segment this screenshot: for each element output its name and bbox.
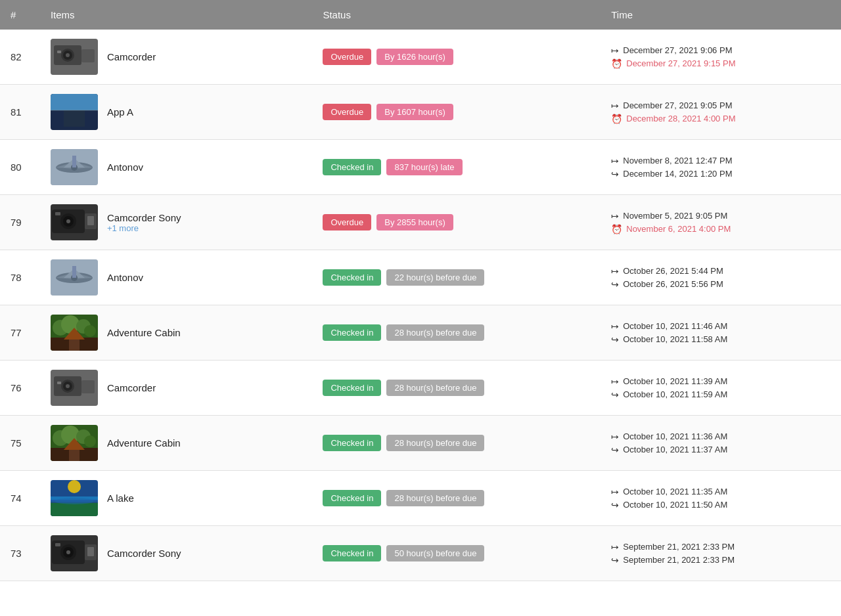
status-main-badge: Checked in (323, 545, 381, 561)
svg-point-65 (66, 550, 70, 554)
svg-rect-8 (51, 94, 98, 110)
svg-rect-52 (69, 450, 80, 461)
checkout-icon: ↦ (611, 542, 619, 552)
status-main-badge: Overdue (323, 214, 371, 231)
checkin-time-row: ⏰November 6, 2021 4:00 PM (611, 224, 830, 234)
checkin-icon: ↪ (611, 334, 619, 345)
item-thumbnail (51, 425, 98, 461)
svg-rect-67 (87, 547, 94, 556)
svg-rect-24 (87, 216, 94, 225)
status-detail-badge: By 1626 hour(s) (376, 49, 453, 65)
svg-rect-30 (72, 266, 76, 278)
checkin-time: December 14, 2021 1:20 PM (623, 169, 732, 179)
item-cell: Adventure Cabin (40, 305, 312, 361)
status-detail-badge: 28 hour(s) before due (386, 380, 484, 396)
item-cell: A lake (40, 471, 312, 526)
item-name: Camcorder Sony (107, 212, 181, 223)
item-cell: Camcorder (40, 30, 312, 85)
status-cell: OverdueBy 2855 hour(s) (312, 195, 601, 250)
checkin-icon: ↪ (611, 555, 619, 565)
status-cell: Checked in28 hour(s) before due (312, 361, 601, 416)
checkout-time: October 10, 2021 11:39 AM (623, 376, 727, 386)
svg-rect-16 (72, 156, 76, 167)
checkin-time-row: ↪October 10, 2021 11:59 AM (611, 389, 830, 400)
checkout-time-row: ↦October 10, 2021 11:39 AM (611, 376, 830, 387)
checkout-time-row: ↦October 10, 2021 11:46 AM (611, 321, 830, 332)
svg-point-5 (66, 53, 70, 57)
checkin-icon: ↪ (611, 279, 619, 290)
status-main-badge: Checked in (323, 490, 381, 506)
table-row: 75 Adventure CabinChecked in28 hour(s) b… (0, 416, 841, 471)
svg-point-56 (68, 480, 81, 493)
status-detail-badge: By 1607 hour(s) (376, 104, 453, 120)
table-row: 76 CamcorderChecked in28 hour(s) before … (0, 361, 841, 416)
item-name: Adventure Cabin (107, 327, 181, 338)
time-cell: ↦October 10, 2021 11:35 AM↪October 10, 2… (601, 471, 841, 526)
svg-point-51 (84, 435, 96, 447)
checkout-time: September 21, 2021 2:33 PM (623, 542, 735, 552)
checkout-icon: ↦ (611, 376, 619, 387)
item-more-link[interactable]: +1 more (107, 223, 181, 233)
svg-point-59 (55, 498, 94, 504)
status-cell: Checked in28 hour(s) before due (312, 471, 601, 526)
status-detail-badge: 28 hour(s) before due (386, 435, 484, 451)
time-cell: ↦December 27, 2021 9:05 PM⏰December 28, … (601, 85, 841, 140)
row-number: 78 (0, 250, 40, 305)
checkin-time: October 26, 2021 5:56 PM (623, 279, 723, 289)
col-header-num: # (0, 0, 40, 30)
checkout-time-row: ↦December 27, 2021 9:06 PM (611, 45, 830, 56)
checkout-time-row: ↦December 27, 2021 9:05 PM (611, 100, 830, 111)
checkout-icon: ↦ (611, 487, 619, 497)
status-cell: Checked in28 hour(s) before due (312, 416, 601, 471)
checkin-time: September 21, 2021 2:33 PM (623, 555, 735, 565)
checkout-time-row: ↦September 21, 2021 2:33 PM (611, 542, 830, 552)
checkout-time-row: ↦October 26, 2021 5:44 PM (611, 266, 830, 276)
checkout-time: November 8, 2021 12:47 PM (623, 156, 732, 165)
item-thumbnail (51, 204, 98, 240)
overdue-clock-icon: ⏰ (611, 114, 622, 124)
table-row: 78 AntonovChecked in22 hour(s) before du… (0, 250, 841, 305)
item-thumbnail (51, 149, 98, 185)
svg-point-44 (66, 384, 70, 388)
status-detail-badge: 22 hour(s) before due (386, 269, 484, 286)
svg-rect-45 (57, 382, 61, 384)
svg-point-22 (66, 219, 70, 223)
time-cell: ↦October 10, 2021 11:46 AM↪October 10, 2… (601, 305, 841, 361)
svg-rect-41 (81, 380, 95, 393)
item-thumbnail (51, 94, 98, 130)
checkout-time-row: ↦October 10, 2021 11:36 AM (611, 431, 830, 442)
checkin-icon: ↪ (611, 169, 619, 179)
item-name: Camcorder Sony (107, 548, 181, 559)
item-thumbnail (51, 259, 98, 296)
checkin-time-row: ↪October 10, 2021 11:37 AM (611, 445, 830, 455)
svg-rect-2 (81, 49, 95, 62)
table-row: 74 A lakeChecked in28 hour(s) before due… (0, 471, 841, 526)
table-header: # Items Status Time (0, 0, 841, 30)
checkout-time-row: ↦October 10, 2021 11:35 AM (611, 487, 830, 497)
table-row: 79 Camcorder Sony+1 moreOverdueBy 2855 h… (0, 195, 841, 250)
col-header-items: Items (40, 0, 312, 30)
item-name: A lake (107, 493, 134, 504)
item-name: Adventure Cabin (107, 437, 181, 449)
checkin-time-row: ⏰December 28, 2021 4:00 PM (611, 114, 830, 124)
checkout-icon: ↦ (611, 156, 619, 166)
item-name: Camcorder (107, 382, 156, 393)
checkin-time-row: ↪October 10, 2021 11:58 AM (611, 334, 830, 345)
item-thumbnail (51, 315, 98, 351)
checkout-time: October 10, 2021 11:35 AM (623, 487, 727, 496)
checkin-time: October 10, 2021 11:58 AM (623, 334, 727, 344)
svg-point-36 (84, 325, 96, 337)
overdue-clock-icon: ⏰ (611, 224, 622, 234)
overdue-clock-icon: ⏰ (611, 58, 622, 69)
status-detail-badge: By 2855 hour(s) (376, 214, 453, 231)
row-number: 73 (0, 526, 40, 581)
checkin-time: October 10, 2021 11:50 AM (623, 500, 727, 510)
checkout-time: December 27, 2021 9:06 PM (623, 45, 732, 55)
status-cell: OverdueBy 1626 hour(s) (312, 30, 601, 85)
row-number: 76 (0, 361, 40, 416)
status-main-badge: Overdue (323, 49, 371, 65)
checkin-icon: ↪ (611, 445, 619, 455)
status-detail-badge: 837 hour(s) late (386, 159, 462, 175)
item-cell: Camcorder (40, 361, 312, 416)
status-detail-badge: 28 hour(s) before due (386, 490, 484, 506)
